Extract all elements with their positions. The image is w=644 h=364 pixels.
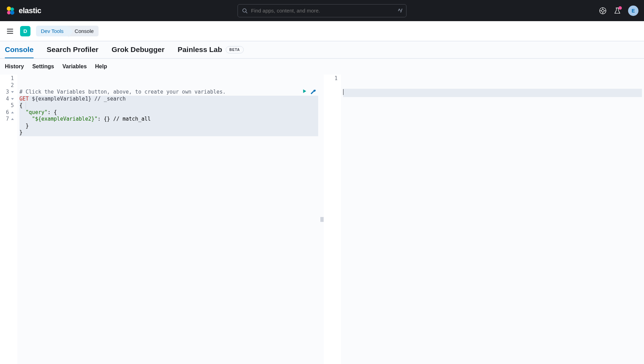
- code-line: "query": {: [19, 109, 318, 116]
- dev-tools-tabs: Console Search Profiler Grok Debugger Pa…: [0, 41, 644, 59]
- tab-console[interactable]: Console: [5, 41, 34, 58]
- request-gutter: 1 2 3 4 5 6 7: [0, 75, 17, 364]
- svg-point-4: [243, 9, 246, 12]
- code-line: [343, 89, 642, 97]
- breadcrumb-bar: D Dev Tools Console: [0, 21, 644, 41]
- logo-section[interactable]: elastic: [6, 6, 41, 16]
- action-variables[interactable]: Variables: [62, 63, 87, 70]
- global-header: elastic ^/: [0, 0, 644, 21]
- elastic-logo-icon: [6, 6, 15, 16]
- svg-point-3: [10, 10, 14, 15]
- search-wrapper: ^/: [238, 4, 406, 17]
- code-line: }: [19, 129, 318, 136]
- help-icon[interactable]: [599, 7, 607, 15]
- code-line: # Click the Variables button, above, to …: [19, 89, 318, 96]
- nav-toggle-icon[interactable]: [6, 27, 15, 35]
- code-line: "${exampleVariable2}": {} // match_all: [19, 116, 318, 123]
- breadcrumb-devtools[interactable]: Dev Tools: [36, 26, 69, 36]
- fold-icon[interactable]: [11, 118, 14, 120]
- search-icon: [242, 8, 248, 14]
- fold-icon[interactable]: [11, 98, 14, 100]
- code-line: }: [19, 123, 318, 130]
- action-settings[interactable]: Settings: [32, 63, 54, 70]
- svg-point-7: [601, 9, 604, 12]
- global-search[interactable]: ^/: [238, 4, 406, 17]
- editor-container: 1 2 3 4 5 6 7 # Click the Variables butt…: [0, 75, 644, 364]
- breadcrumb: Dev Tools Console: [36, 26, 99, 36]
- notification-dot-icon: [618, 6, 622, 10]
- action-help[interactable]: Help: [95, 63, 107, 70]
- fold-icon[interactable]: [11, 91, 14, 93]
- brand-text: elastic: [19, 6, 41, 15]
- action-history[interactable]: History: [5, 63, 24, 70]
- newsfeed-icon[interactable]: [614, 7, 621, 15]
- response-editor[interactable]: [341, 75, 644, 364]
- avatar-initial: E: [632, 8, 635, 14]
- fold-icon[interactable]: [11, 112, 14, 113]
- tab-painless-lab[interactable]: Painless Lab BETA: [178, 45, 244, 54]
- tab-search-profiler[interactable]: Search Profiler: [47, 41, 98, 58]
- search-input[interactable]: [251, 8, 394, 14]
- response-gutter: 1: [324, 75, 341, 364]
- resizer-handle[interactable]: [321, 217, 323, 222]
- app-badge[interactable]: D: [20, 26, 30, 36]
- console-actions: History Settings Variables Help: [0, 59, 644, 75]
- code-line: GET ${exampleVariable1} // _search: [19, 96, 318, 103]
- code-line: {: [19, 102, 318, 109]
- avatar[interactable]: E: [628, 6, 638, 16]
- svg-point-0: [7, 6, 11, 10]
- svg-line-5: [246, 12, 247, 13]
- header-actions: E: [599, 6, 638, 16]
- response-pane: 1: [324, 75, 644, 364]
- request-editor[interactable]: # Click the Variables button, above, to …: [17, 75, 320, 364]
- tab-grok-debugger[interactable]: Grok Debugger: [111, 41, 164, 58]
- request-pane: 1 2 3 4 5 6 7 # Click the Variables butt…: [0, 75, 320, 364]
- beta-badge: BETA: [226, 46, 244, 53]
- request-options-button[interactable]: [285, 82, 316, 104]
- search-shortcut-hint: ^/: [398, 8, 402, 14]
- cursor-icon: [343, 89, 343, 95]
